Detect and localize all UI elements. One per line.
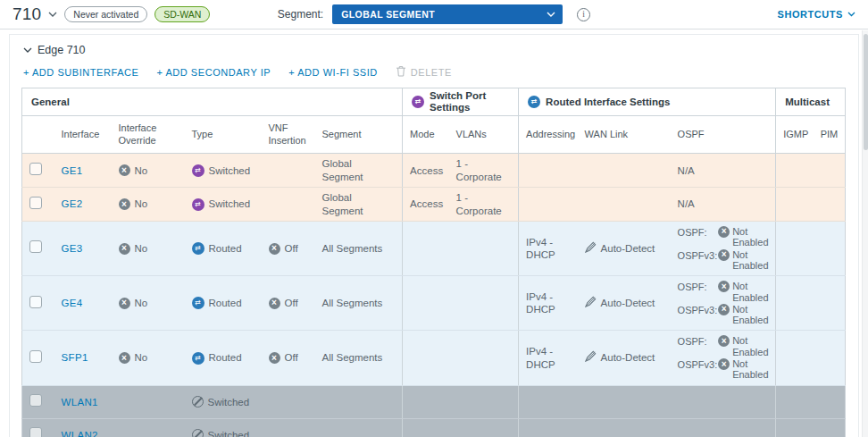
column-checkbox: [22, 116, 54, 154]
segment-select-value: GLOBAL SEGMENT: [341, 9, 435, 20]
table-row-ge2: GE2 No Switched Global Segment Access 1 …: [22, 188, 846, 222]
table-row-wlan2: WLAN2 Switched: [22, 418, 846, 437]
group-switch-port: Switch Port Settings: [403, 88, 519, 116]
auto-detect-icon: [585, 350, 597, 365]
not-enabled-icon: [718, 249, 730, 261]
column-ospf: OSPF: [671, 116, 776, 154]
row-checkbox[interactable]: [29, 197, 42, 209]
disabled-icon: [192, 396, 204, 408]
table-group-header-row: General Switch Port Settings Routed Inte…: [22, 88, 846, 116]
auto-detect-icon: [585, 296, 597, 310]
edge-id-title: 710: [13, 4, 41, 24]
row-checkbox[interactable]: [29, 163, 42, 175]
table-row-sfp1: SFP1 No Routed Off All Segments IPv4 - D…: [22, 331, 846, 385]
switched-type-icon: [192, 198, 204, 211]
activation-status-badge: Never activated: [64, 6, 147, 22]
routed-type-icon: [192, 352, 204, 365]
scrollbar-thumb[interactable]: [864, 34, 868, 150]
table-actions: + ADD SUBINTERFACE + ADD SECONDARY IP + …: [21, 63, 847, 88]
interface-link[interactable]: GE2: [62, 198, 83, 209]
not-enabled-icon: [718, 335, 730, 347]
routed-settings-icon: [528, 96, 540, 108]
column-wan-link: WAN Link: [578, 116, 671, 154]
off-icon: [269, 352, 280, 364]
row-checkbox[interactable]: [29, 240, 42, 253]
ospf-na: N/A: [671, 154, 776, 188]
column-segment: Segment: [315, 116, 403, 154]
column-vnf-insertion: VNF Insertion: [262, 116, 315, 154]
no-icon: [119, 198, 130, 210]
row-checkbox[interactable]: [29, 350, 42, 363]
segment-label: Segment:: [278, 8, 323, 21]
row-checkbox[interactable]: [29, 427, 42, 437]
column-mode: Mode: [403, 116, 449, 154]
column-vlans: VLANs: [449, 116, 519, 154]
column-type: Type: [185, 116, 262, 154]
routed-type-icon: [192, 297, 204, 309]
column-interface: Interface: [54, 116, 112, 154]
sdwan-badge: SD-WAN: [154, 6, 210, 22]
shortcuts-link[interactable]: SHORTCUTS: [778, 9, 843, 20]
add-secondary-ip-button[interactable]: + ADD SECONDARY IP: [156, 67, 271, 78]
row-checkbox[interactable]: [29, 394, 42, 407]
no-icon: [119, 352, 130, 364]
disabled-icon: [192, 429, 204, 437]
not-enabled-icon: [718, 358, 730, 370]
switched-type-icon: [192, 164, 204, 177]
not-enabled-icon: [718, 304, 730, 315]
group-general: General: [22, 88, 403, 116]
ospf-na: N/A: [671, 188, 776, 222]
group-routed: Routed Interface Settings: [519, 88, 776, 116]
no-icon: [119, 164, 130, 176]
interface-link[interactable]: WLAN1: [62, 397, 98, 408]
interface-link[interactable]: GE3: [62, 243, 83, 254]
interface-link[interactable]: GE4: [62, 298, 83, 308]
column-igmp: IGMP: [776, 116, 814, 154]
edge-section-toggle[interactable]: Edge 710: [21, 42, 847, 63]
top-bar: 710 Never activated SD-WAN Segment: GLOB…: [0, 0, 868, 29]
column-addressing: Addressing: [519, 116, 578, 154]
column-pim: PIM: [814, 116, 846, 154]
auto-detect-icon: [585, 241, 597, 256]
row-checkbox[interactable]: [29, 296, 42, 308]
ospf-cell: OSPF:Not Enabled OSPFv3:Not Enabled: [671, 221, 776, 275]
switch-port-icon: [412, 96, 424, 108]
table-row-ge1: GE1 No Switched Global Segment Access 1 …: [22, 154, 846, 188]
table-row-wlan1: WLAN1 Switched: [22, 385, 846, 418]
chevron-down-icon[interactable]: [847, 12, 855, 17]
column-interface-override: Interface Override: [112, 116, 185, 154]
chevron-down-icon: [547, 12, 555, 17]
ospf-cell: OSPF:Not Enabled OSPFv3:Not Enabled: [671, 276, 776, 331]
ospf-cell: OSPF:Not Enabled OSPFv3:Not Enabled: [671, 331, 776, 385]
off-icon: [269, 243, 280, 255]
add-subinterface-button[interactable]: + ADD SUBINTERFACE: [23, 67, 138, 78]
no-icon: [119, 243, 130, 255]
segment-select[interactable]: GLOBAL SEGMENT: [332, 4, 563, 24]
table-row-ge3: GE3 No Routed Off All Segments IPv4 - DH…: [22, 221, 846, 275]
add-wifi-ssid-button[interactable]: + ADD WI-FI SSID: [288, 67, 378, 78]
no-icon: [119, 298, 130, 309]
vertical-scrollbar[interactable]: [862, 30, 868, 437]
interface-link[interactable]: GE1: [62, 165, 83, 176]
off-icon: [269, 298, 280, 309]
table-column-header-row: Interface Interface Override Type VNF In…: [22, 116, 846, 154]
edge-panel: Edge 710 + ADD SUBINTERFACE + ADD SECOND…: [9, 34, 859, 437]
delete-button[interactable]: DELETE: [396, 65, 452, 79]
trash-icon: [396, 65, 406, 79]
not-enabled-icon: [718, 226, 730, 238]
edge-section-title: Edge 710: [38, 44, 86, 56]
chevron-down-icon[interactable]: [48, 12, 57, 17]
info-icon[interactable]: [577, 8, 590, 21]
table-row-ge4: GE4 No Routed Off All Segments IPv4 - DH…: [22, 276, 846, 331]
routed-type-icon: [192, 242, 204, 255]
chevron-down-icon: [23, 47, 32, 53]
interfaces-table: General Switch Port Settings Routed Inte…: [21, 88, 846, 437]
interface-link[interactable]: SFP1: [62, 352, 88, 363]
interface-link[interactable]: WLAN2: [62, 430, 98, 437]
group-multicast: Multicast: [776, 88, 846, 116]
not-enabled-icon: [718, 281, 730, 292]
